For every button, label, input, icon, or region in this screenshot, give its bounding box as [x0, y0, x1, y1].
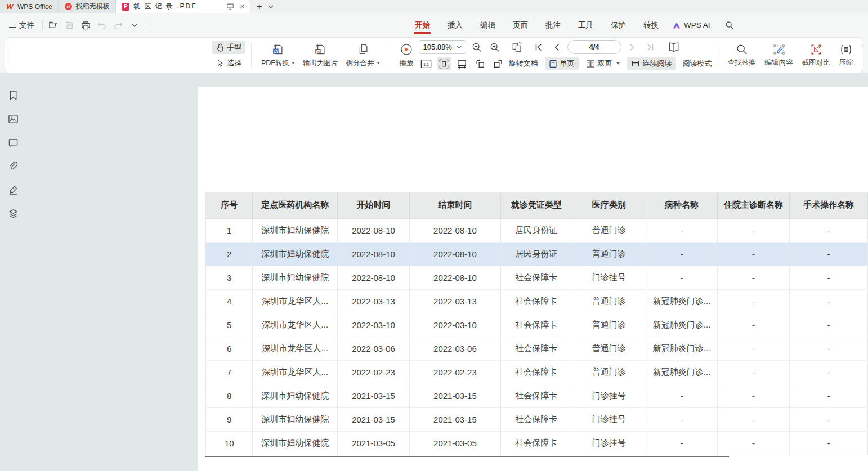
actual-size-button[interactable]: 1:1	[419, 57, 433, 70]
single-page-button[interactable]: 单页	[545, 57, 579, 70]
tab-home[interactable]: 开始	[414, 15, 431, 36]
zoom-out-button[interactable]	[469, 41, 484, 54]
comment-icon[interactable]	[7, 136, 19, 149]
fit-width-button[interactable]	[455, 57, 469, 70]
tab-insert[interactable]: 插入	[447, 15, 463, 36]
table-cell: -	[717, 337, 789, 360]
menu-bar: 文件	[0, 13, 868, 37]
attachment-icon[interactable]	[7, 160, 19, 172]
window-tab-bar: W WPS Office d 找稻壳模板 P 就 医 记 录 .PDF +	[0, 0, 868, 13]
hand-tool-button[interactable]: 手型	[212, 41, 245, 54]
tab-wps-office[interactable]: W WPS Office	[0, 0, 59, 13]
file-menu-button[interactable]: 文件	[6, 19, 38, 32]
select-tool-button[interactable]: 选择	[212, 56, 245, 70]
new-tab-button[interactable]: +	[257, 2, 262, 11]
column-header: 序号	[206, 192, 253, 218]
page-number-input[interactable]: 4/4	[567, 40, 621, 54]
split-merge-button[interactable]: 拆分合并	[342, 42, 384, 69]
rotate-right-button[interactable]	[491, 57, 505, 70]
qat-more-chevron-icon[interactable]	[129, 20, 140, 31]
layers-icon[interactable]	[7, 207, 19, 219]
redo-icon[interactable]	[113, 20, 124, 31]
double-page-label: 双页	[598, 59, 612, 69]
table-cell: 新冠肺炎门诊...	[646, 360, 718, 384]
wps-pdf-window: W WPS Office d 找稻壳模板 P 就 医 记 录 .PDF +	[0, 0, 868, 471]
find-replace-button[interactable]: 查找替换	[724, 42, 760, 69]
print-icon[interactable]	[80, 20, 91, 31]
rotate-left-button[interactable]	[473, 57, 487, 70]
last-page-button[interactable]	[643, 41, 657, 54]
search-icon[interactable]	[725, 21, 734, 30]
table-row: 1深圳市妇幼保健院2022-08-102022-08-10居民身份证普通门诊--…	[206, 218, 868, 242]
hand-tool-label: 手型	[227, 42, 241, 52]
previous-page-button[interactable]	[549, 41, 564, 54]
pdf-convert-button[interactable]: W PDF转换	[257, 42, 299, 69]
table-row: 9深圳市妇幼保健院2021-03-152021-03-15社会保障卡门诊挂号--…	[206, 407, 868, 431]
export-image-icon	[314, 43, 327, 56]
export-as-image-button[interactable]: 输出为图片	[299, 42, 342, 69]
table-cell: 深圳市妇幼保健院	[253, 384, 338, 407]
split-merge-icon	[356, 43, 370, 56]
tab-edit[interactable]: 编辑	[480, 15, 496, 36]
read-mode-label[interactable]: 阅读模式	[683, 59, 712, 69]
tab-page[interactable]: 页面	[512, 15, 529, 36]
first-page-button[interactable]	[531, 41, 546, 54]
save-icon[interactable]	[64, 20, 75, 31]
fulltext-translate-button[interactable]: A 全文翻译	[862, 42, 864, 52]
continuous-reading-button[interactable]: 连续阅读	[627, 57, 676, 70]
ribbon-toolbar: 手型 选择 W PDF转换	[5, 37, 863, 73]
split-merge-label: 拆分合并	[346, 59, 374, 68]
table-cell: 居民身份证	[501, 218, 572, 242]
undo-icon[interactable]	[96, 20, 108, 31]
column-header: 就诊凭证类型	[501, 192, 572, 218]
tab-docer-templates[interactable]: d 找稻壳模板	[59, 0, 116, 13]
table-cell: -	[717, 242, 789, 266]
screenshot-compare-label: 截图对比	[802, 58, 830, 68]
tab-annotate[interactable]: 批注	[545, 15, 561, 36]
fit-page-button[interactable]	[437, 57, 451, 70]
medical-records-table-wrap: 序号定点医药机构名称开始时间结束时间就诊凭证类型医疗类别病种名称住院主诊断名称手…	[205, 192, 868, 455]
double-page-button[interactable]: 双页	[582, 57, 624, 70]
open-file-icon[interactable]	[47, 20, 59, 31]
table-cell: -	[646, 218, 718, 242]
table-cell: -	[789, 384, 867, 407]
table-cell: 9	[206, 407, 253, 431]
divider	[251, 42, 252, 68]
swap-pages-button[interactable]	[510, 41, 525, 54]
table-cell: 2022-03-10	[338, 313, 410, 337]
tab-list-chevron-icon[interactable]	[268, 5, 274, 8]
bookmark-icon[interactable]	[7, 89, 19, 101]
tab-tools[interactable]: 工具	[578, 15, 594, 36]
double-page-icon	[586, 60, 595, 68]
table-cell: 2022-03-06	[409, 337, 500, 360]
thumbnail-icon[interactable]	[7, 113, 19, 125]
single-page-label: 单页	[560, 59, 575, 69]
tab-protect[interactable]: 保护	[610, 15, 627, 36]
word-translate-button[interactable]: A 划词翻译	[862, 56, 864, 66]
chevron-down-icon	[292, 62, 295, 64]
rotate-document-label[interactable]: 旋转文档	[509, 59, 538, 69]
monitor-icon[interactable]	[226, 2, 235, 11]
zoom-level-select[interactable]: 105.88%	[419, 40, 466, 54]
table-row: 6深圳市龙华区人...2022-03-062022-03-06社会保障卡普通门诊…	[206, 337, 868, 360]
close-tab-icon[interactable]	[238, 2, 247, 11]
table-row: 4深圳市龙华区人...2022-03-132022-03-13社会保障卡普通门诊…	[206, 289, 868, 313]
table-row: 5深圳市龙华区人...2022-03-102022-03-10社会保障卡普通门诊…	[206, 313, 868, 337]
signature-icon[interactable]	[7, 183, 19, 196]
divider	[42, 20, 43, 30]
wps-ai-button[interactable]: WPS AI	[672, 21, 710, 29]
read-mode-book-icon[interactable]	[666, 41, 681, 54]
select-tool-label: 选择	[227, 58, 241, 68]
edit-content-button[interactable]: 编辑内容	[761, 42, 797, 69]
zoom-in-button[interactable]	[487, 41, 502, 54]
screenshot-compare-button[interactable]: 截图对比	[798, 42, 834, 69]
table-cell: -	[646, 266, 718, 289]
table-cell: -	[717, 313, 789, 337]
table-cell: 2	[206, 242, 253, 266]
compress-button[interactable]: 压缩	[835, 42, 857, 69]
tab-document-pdf[interactable]: P 就 医 记 录 .PDF	[116, 0, 250, 13]
tab-convert[interactable]: 转换	[643, 15, 659, 36]
play-button[interactable]: 播放	[396, 42, 418, 69]
table-cell: -	[717, 266, 789, 289]
next-page-button[interactable]	[625, 41, 639, 54]
